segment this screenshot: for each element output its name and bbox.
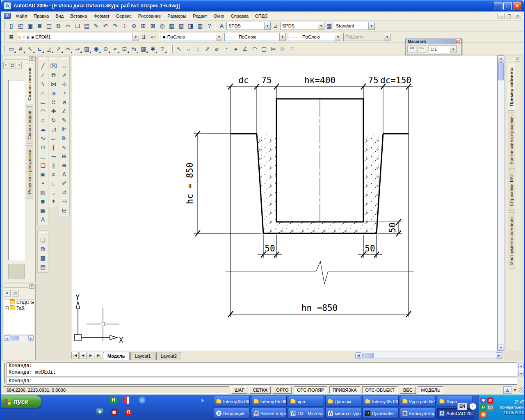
taskbar-button[interactable]: Interny.05.06... — [251, 396, 287, 407]
spds-table2-icon[interactable]: ▦ — [139, 44, 148, 53]
toolbar-grip[interactable] — [171, 45, 173, 53]
bring-above-icon[interactable]: ▩ — [38, 253, 48, 262]
mapinfo-quicklaunch-icon[interactable]: H — [110, 397, 117, 404]
scale-measure-icon[interactable]: N:1 — [417, 46, 426, 53]
status-toggle[interactable]: ОРТО — [273, 386, 292, 394]
mirror-icon[interactable]: ⋈ — [49, 80, 58, 89]
status-toggle[interactable]: ОТС-ОБЪЕКТ — [362, 386, 398, 394]
aligned-dimension-icon[interactable]: ⇗ — [59, 71, 69, 80]
copy-object-icon[interactable]: ⧉ — [49, 71, 58, 80]
resource-tree[interactable]: + СПДС G + Таб. — [4, 299, 34, 334]
scroll-left-icon[interactable]: ◀ — [355, 352, 361, 358]
text-style-icon[interactable]: A — [217, 21, 226, 30]
polygon-icon[interactable]: ⌂ — [38, 89, 48, 98]
canvas-hscrollbar[interactable]: ◀ ▶ — [355, 352, 502, 359]
zoom-previous-icon[interactable]: ⊠ — [148, 21, 158, 30]
spds-break-line-icon[interactable]: ≈ — [110, 44, 120, 53]
dimension-update-icon[interactable]: ↺ — [59, 188, 69, 197]
taskbar-button[interactable]: D Djvureader — [363, 408, 399, 419]
layout-tab[interactable]: Layout1 — [130, 352, 155, 360]
chevron-down-icon[interactable] — [216, 33, 222, 41]
chevron-down-icon[interactable]: ▾ — [17, 62, 22, 68]
scale-icon[interactable]: ◿ — [49, 125, 58, 134]
circle-icon[interactable]: ○ — [38, 116, 48, 125]
menu-item[interactable]: Окно — [210, 12, 228, 20]
palette-tab[interactable]: Список листов — [26, 63, 33, 105]
clock[interactable]: 15:45 понедельник 10.05.2010 — [500, 399, 524, 415]
menu-item[interactable]: Справка — [228, 12, 252, 20]
dimension-text-icon[interactable]: A — [59, 170, 69, 179]
spds-render-icon[interactable]: ◨ — [186, 21, 195, 30]
toolbar-grip[interactable] — [61, 58, 68, 60]
save-file-icon[interactable]: ▣ — [25, 21, 35, 30]
layout-tab[interactable]: Модель — [103, 352, 130, 360]
minimize-button[interactable]: _ — [494, 2, 502, 10]
close-icon[interactable]: ✕ — [29, 284, 34, 289]
send-to-back-icon[interactable]: ⧉ — [38, 244, 48, 253]
sheet-set-options-icon[interactable]: ▤ — [9, 62, 16, 68]
chevron-down-icon[interactable] — [368, 22, 374, 30]
match-properties-icon[interactable]: ✎ — [91, 21, 101, 30]
tree-item[interactable]: + Таб. — [4, 305, 34, 311]
angular-dimension-icon[interactable]: ∠ — [59, 107, 69, 116]
dim-baseline-icon[interactable]: ⊨ — [269, 44, 278, 53]
spds-section-mark-icon[interactable]: ✂ — [63, 44, 73, 53]
ellipse-arc-icon[interactable]: ◡ — [38, 152, 48, 161]
token-dimension-icon[interactable]: ⊞ — [59, 152, 69, 161]
rectangle-icon[interactable]: ▭ — [38, 98, 48, 107]
dim-select-icon[interactable]: ↖ — [174, 44, 184, 53]
maximize-button[interactable]: □ — [503, 2, 512, 10]
break-at-point-icon[interactable]: ∦ — [49, 161, 58, 170]
spds-node-mark-icon[interactable]: ⊙ — [101, 44, 110, 53]
spds-grid-axes-icon[interactable]: # — [16, 44, 25, 53]
text-style-dropdown[interactable]: SPDS — [226, 22, 271, 30]
scroll-thumb[interactable] — [498, 62, 504, 80]
taskbar-button[interactable]: Диплом — [325, 396, 361, 407]
table-icon[interactable]: ▦ — [38, 206, 48, 215]
chevron-down-icon[interactable] — [335, 33, 341, 41]
palette-grip[interactable]: ✕ — [2, 284, 35, 289]
open-folder-icon[interactable]: 🗁 — [12, 290, 19, 297]
books-quicklaunch-icon[interactable] — [124, 397, 131, 404]
spds-hatch-icon[interactable]: ▨ — [82, 44, 91, 53]
resize-grip[interactable] — [519, 387, 525, 393]
continue-dimension-icon[interactable]: ⊪ — [59, 134, 69, 143]
insert-block-icon[interactable]: ❏ — [38, 161, 48, 170]
dim-chain-icon[interactable]: ≡ — [288, 44, 297, 53]
scroll-down-icon[interactable]: ▼ — [518, 371, 524, 376]
redo-icon[interactable]: ↷ — [110, 21, 120, 30]
chamfer-icon[interactable]: ∟ — [49, 179, 58, 188]
dim-quick-icon[interactable]: ▢ — [259, 44, 269, 53]
taskbar-button[interactable]: ▦ Калькулятор — [400, 408, 436, 419]
language-en-tray-icon[interactable]: En — [487, 404, 493, 411]
tree-item[interactable]: + СПДС G — [4, 299, 34, 305]
dim-continue-icon[interactable]: ⊪ — [278, 44, 288, 53]
tree-expand-icon[interactable]: + — [5, 306, 9, 310]
menu-item[interactable]: Вид — [52, 12, 67, 20]
globe-quicklaunch-icon[interactable] — [139, 397, 146, 404]
mdi-minimize-button[interactable]: – — [498, 13, 505, 19]
command-input[interactable]: Команда: — [7, 378, 517, 385]
raster-image-icon[interactable]: ◙ — [38, 197, 48, 206]
close-icon[interactable]: ✕ — [29, 56, 34, 61]
spds-sheets-icon[interactable]: ▥ — [195, 21, 205, 30]
rotate-icon[interactable]: ↻ — [49, 116, 58, 125]
antivirus-tray-icon[interactable]: ● — [480, 411, 486, 418]
tree-hscrollbar[interactable]: ◂ ▸ — [4, 335, 34, 341]
offset-icon[interactable]: ≋ — [49, 89, 58, 98]
palette-tab[interactable]: Рисунки с ресурсами — [26, 145, 33, 199]
zoom-window-icon[interactable]: ⊞ — [139, 21, 148, 30]
bring-to-front-icon[interactable]: ❏ — [38, 235, 48, 244]
chevron-down-icon[interactable] — [318, 22, 324, 30]
coordinates-readout[interactable]: 684.2206, 2215.0931, 0.0000 — [3, 386, 229, 394]
move-icon[interactable]: ✚ — [49, 107, 58, 116]
taskbar-button[interactable]: e Входящие - I.... — [214, 408, 250, 419]
fillet-icon[interactable]: ◞ — [49, 188, 58, 197]
mapinfo-tray-icon[interactable]: H — [480, 404, 486, 411]
polyline-icon[interactable]: ϟ — [38, 80, 48, 89]
toolbar-grip[interactable] — [4, 33, 5, 41]
new-file-icon[interactable]: ▯ — [7, 21, 16, 30]
layout-tab[interactable]: Layout2 — [156, 352, 181, 360]
menu-item[interactable]: Рисование — [135, 12, 164, 20]
open-file-icon[interactable]: ◰ — [16, 21, 25, 30]
